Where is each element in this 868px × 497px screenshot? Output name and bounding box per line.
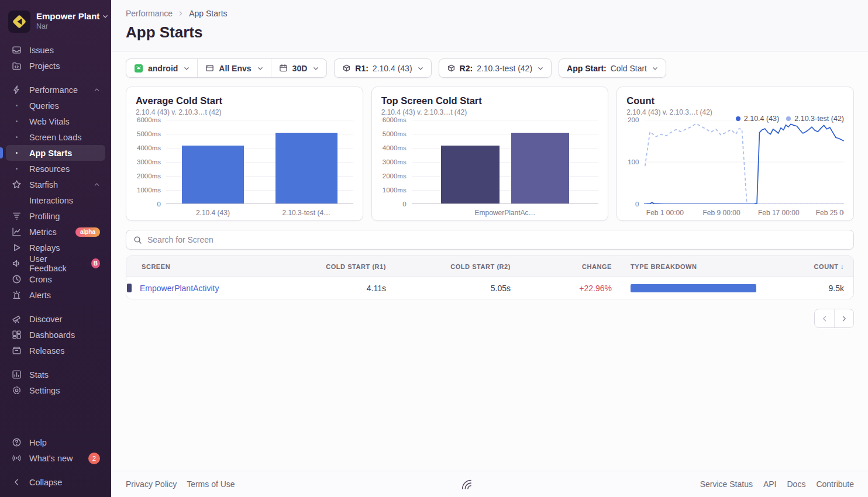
release-cube-icon [447, 64, 456, 73]
contribute-link[interactable]: Contribute [816, 479, 854, 489]
next-page-button[interactable] [834, 309, 853, 327]
sidebar-item-resources[interactable]: Resources [6, 161, 105, 177]
column-count[interactable]: COUNT↓ [766, 263, 853, 271]
search-input[interactable] [147, 235, 846, 244]
sidebar-item-queries[interactable]: Queries [6, 98, 105, 113]
y-axis-labels: 01000ms2000ms3000ms4000ms5000ms6000ms [381, 120, 412, 204]
org-name: Empower Plant [36, 11, 99, 21]
app-start-type-filter[interactable]: App Start: Cold Start [559, 58, 666, 78]
sort-desc-icon: ↓ [840, 263, 844, 271]
bar-2.10.4 (43)[interactable] [182, 146, 243, 203]
search-icon [133, 236, 142, 244]
chevron-down-icon [418, 65, 423, 71]
column-cold-start-r2[interactable]: COLD START (R2) [395, 263, 520, 270]
screen-link[interactable]: EmpowerPlantActivity [140, 284, 219, 293]
sidebar-item-settings[interactable]: Settings [6, 382, 105, 398]
sidebar-item-dashboards[interactable]: Dashboards [6, 327, 105, 343]
terms-of-use-link[interactable]: Terms of Use [187, 479, 235, 489]
chart-legend: 2.10.4 (43)2.10.3-test (42) [736, 115, 844, 123]
release1-filter[interactable]: R1: 2.10.4 (43) [334, 58, 431, 78]
privacy-policy-link[interactable]: Privacy Policy [126, 479, 177, 489]
sidebar-item-metrics[interactable]: Metrics alpha [6, 224, 105, 240]
profiling-icon [11, 211, 22, 222]
card-subtitle: 2.10.4 (43) v. 2.10.3…t (42) [136, 108, 353, 116]
line-chart-plot: 2.10.4 (43)2.10.3-test (42) [644, 120, 844, 204]
broadcast-icon [11, 453, 22, 464]
y-tick-label: 5000ms [137, 130, 161, 137]
breadcrumb-app-starts: App Starts [189, 9, 227, 18]
sidebar-item-performance[interactable]: Performance [6, 82, 105, 98]
x-axis-labels: Feb 1 00:00Feb 9 00:00Feb 17 00:00Feb 25… [644, 209, 844, 218]
chevron-down-icon [313, 65, 319, 71]
sidebar-item-releases[interactable]: Releases [6, 343, 105, 358]
sidebar-item-crons[interactable]: Crons [6, 271, 105, 287]
card-title: Top Screen Cold Start [381, 95, 599, 106]
release2-filter[interactable]: R2: 2.10.3-test (42) [439, 58, 552, 78]
y-tick-label: 4000ms [383, 144, 407, 151]
legend-label: 2.10.4 (43) [744, 115, 779, 123]
environment-filter[interactable]: All Envs [197, 59, 270, 77]
table-header: SCREEN COLD START (R1) COLD START (R2) C… [126, 256, 853, 277]
clock-icon [11, 274, 22, 285]
screen-search [126, 230, 854, 250]
sidebar-item-screen-loads[interactable]: Screen Loads [6, 129, 105, 145]
top-screen-cold-start-chart: 01000ms2000ms3000ms4000ms5000ms6000msEmp… [381, 120, 599, 217]
sidebar-item-user-feedback[interactable]: User Feedback B [6, 256, 105, 271]
y-tick-label: 1000ms [383, 187, 407, 194]
breadcrumb: Performance App Starts [126, 9, 854, 18]
legend-item-2.10.4 (43)[interactable]: 2.10.4 (43) [736, 115, 779, 123]
service-status-link[interactable]: Service Status [700, 479, 753, 489]
sidebar-item-app-starts[interactable]: App Starts [6, 145, 105, 161]
bar-2.10.3-test (42)[interactable] [511, 133, 569, 203]
breadcrumb-performance[interactable]: Performance [126, 9, 173, 18]
telescope-icon [11, 314, 22, 325]
bar-2.10.4 (43)[interactable] [441, 146, 499, 203]
column-cold-start-r1[interactable]: COLD START (R1) [302, 263, 395, 270]
y-tick-label: 3000ms [383, 158, 407, 165]
count-card: Count 2.10.4 (43) v. 2.10.3…t (42) 01002… [616, 87, 854, 221]
y-tick-label: 100 [628, 158, 639, 165]
chevron-right-icon [178, 11, 184, 16]
sidebar-item-web-vitals[interactable]: Web Vitals [6, 113, 105, 129]
sidebar-collapse-button[interactable]: Collapse [6, 474, 105, 490]
date-range-filter[interactable]: 30D [271, 59, 327, 77]
card-title: Average Cold Start [136, 95, 353, 106]
series-2.10.3-test (42)[interactable] [645, 124, 844, 205]
org-switcher[interactable]: Empower Plant Nar [0, 7, 111, 42]
api-link[interactable]: API [763, 479, 777, 489]
bar-2.10.3-test (4…[interactable] [275, 133, 337, 203]
sidebar-item-issues[interactable]: Issues [6, 42, 105, 58]
beta-badge: B [91, 258, 100, 268]
archive-icon [11, 346, 22, 356]
type-breakdown-bar[interactable] [631, 284, 756, 292]
legend-dot [736, 116, 740, 121]
org-subtitle: Nar [36, 22, 108, 30]
chevron-down-icon [102, 13, 108, 19]
sidebar-item-profiling[interactable]: Profiling [6, 208, 105, 224]
column-change[interactable]: CHANGE [520, 263, 621, 270]
x-tick-label: 2.10.3-test (4… [260, 209, 353, 217]
sidebar-item-discover[interactable]: Discover [6, 311, 105, 327]
y-tick-label: 2000ms [383, 172, 407, 180]
sidebar-item-projects[interactable]: Projects [6, 58, 105, 74]
card-subtitle: 2.10.4 (43) v. 2.10.3…t (42) [381, 108, 599, 116]
table-row[interactable]: EmpowerPlantActivity 4.11s 5.05s +22.96%… [126, 277, 853, 299]
project-filter[interactable]: android [126, 59, 197, 77]
legend-item-2.10.3-test (42)[interactable]: 2.10.3-test (42) [786, 115, 844, 123]
sidebar-item-alerts[interactable]: Alerts [6, 287, 105, 303]
sidebar-item-replays[interactable]: Replays [6, 240, 105, 256]
x-tick-label: Feb 1 00:00 [646, 209, 684, 217]
column-type-breakdown[interactable]: TYPE BREAKDOWN [621, 263, 766, 270]
column-screen[interactable]: SCREEN [126, 263, 302, 270]
sidebar-item-starfish[interactable]: Starfish [6, 177, 105, 192]
previous-page-button[interactable] [815, 309, 834, 327]
legend-label: 2.10.3-test (42) [794, 115, 844, 123]
docs-link[interactable]: Docs [787, 479, 806, 489]
sidebar-item-interactions[interactable]: Interactions [6, 192, 105, 208]
y-axis-labels: 0100200 [626, 120, 644, 204]
sidebar-item-whats-new[interactable]: What's new 2 [6, 450, 105, 466]
bullet-icon [11, 132, 22, 143]
sidebar-item-stats[interactable]: Stats [6, 367, 105, 382]
sidebar-item-help[interactable]: Help [6, 434, 105, 450]
filter-bar: android All Envs 30D R1: 2.10.4 (43) [126, 58, 854, 78]
